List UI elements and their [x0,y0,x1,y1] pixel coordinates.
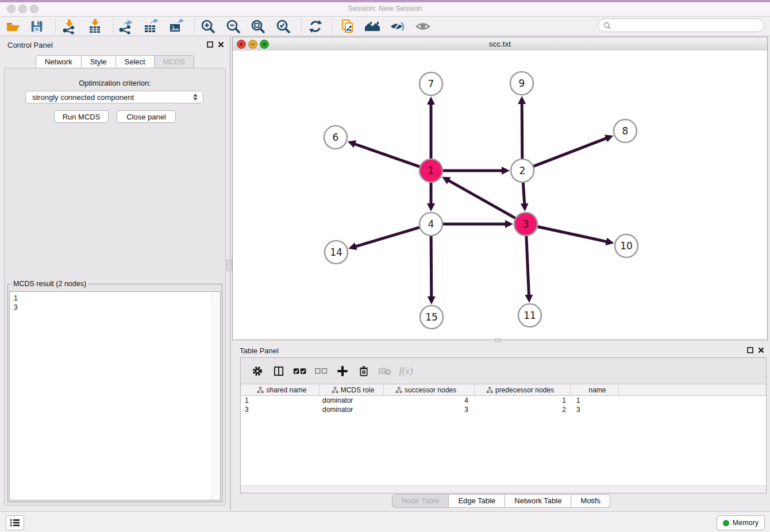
node-table[interactable]: shared nameMCDS rolesuccessor nodesprede… [241,384,766,486]
export-table-icon [143,18,159,34]
tab-motifs[interactable]: Motifs [571,494,610,508]
delete-column-button[interactable] [353,361,374,381]
delete-table-button[interactable] [374,361,395,381]
zoom-fit-button[interactable] [248,18,268,34]
select-all-button[interactable] [289,361,310,381]
status-bar: Memory [0,511,770,532]
table-cell[interactable]: dominator [319,406,384,414]
export-network-button[interactable] [116,18,135,34]
node-1[interactable]: 1 [419,159,442,182]
result-scrollbar[interactable] [212,292,220,500]
table-cell[interactable]: 3 [384,406,475,414]
column-header-predecessor-nodes[interactable]: predecessor nodes [475,384,571,395]
table-horizontal-scrollbar[interactable] [241,485,766,493]
edge-4-15[interactable] [431,236,432,297]
zoom-out-button[interactable] [224,18,243,34]
control-panel: Control Panel Network Style Select MCDS … [0,37,230,510]
network-graph[interactable]: 7968124314101511 [233,51,767,340]
import-network-button[interactable] [59,18,79,34]
edge-2-9[interactable] [522,103,522,159]
close-table-panel-icon[interactable] [758,347,764,353]
clone-network-icon [340,18,356,34]
node-7[interactable]: 7 [419,72,442,95]
table-cell[interactable]: 3 [571,406,619,414]
zoom-selected-button[interactable] [274,18,293,34]
column-header-successor-nodes[interactable]: successor nodes [384,384,475,395]
node-15[interactable]: 15 [420,306,443,329]
edge-3-1[interactable] [448,180,515,218]
show-all-button[interactable] [413,18,433,34]
deselect-all-button[interactable] [310,361,332,381]
tab-network[interactable]: Network [36,55,82,68]
table-cell[interactable]: 3 [241,406,319,414]
table-panel: Table Panel [232,342,770,510]
column-layout-button[interactable] [268,361,289,381]
edge-2-8[interactable] [534,138,607,167]
search-field[interactable] [598,18,764,32]
close-panel-icon[interactable] [218,41,224,48]
table-settings-button[interactable] [247,361,268,381]
network-canvas[interactable]: 7968124314101511 [233,51,767,340]
tab-network-table[interactable]: Network Table [505,494,571,508]
node-14[interactable]: 14 [325,241,348,264]
task-history-button[interactable] [6,515,24,530]
column-header-MCDS-role[interactable]: MCDS role [319,384,384,395]
function-builder-button[interactable]: f(x) [395,361,417,381]
tab-select[interactable]: Select [116,55,155,68]
table-cell[interactable]: 1 [475,396,571,404]
mcds-result-box[interactable]: 13 [9,291,221,500]
open-session-button[interactable] [3,18,23,34]
hide-selected-button[interactable] [388,18,407,34]
table-cell[interactable]: 1 [571,396,619,404]
network-window-titlebar[interactable]: scc.txt [233,37,767,51]
node-6[interactable]: 6 [324,126,347,149]
node-11[interactable]: 11 [518,304,541,327]
home-button[interactable] [363,18,382,34]
column-header-name[interactable]: name [571,384,619,395]
close-panel-button[interactable]: Close panel [117,110,176,123]
table-row[interactable]: 3dominator323 [241,405,766,414]
criterion-dropdown[interactable]: strongly connected component [25,91,203,103]
column-header-shared-name[interactable]: shared name [241,384,319,395]
panel-divider-grip[interactable] [226,260,232,271]
float-table-panel-icon[interactable] [747,347,753,353]
edge-3-11[interactable] [526,236,529,295]
tab-mcds[interactable]: MCDS [155,55,194,68]
tab-node-table[interactable]: Node Table [392,494,449,508]
clone-network-button[interactable] [338,18,357,34]
mcds-result-title: MCDS result (2 nodes) [11,280,88,288]
import-network-icon [61,18,77,34]
table-cell[interactable]: 1 [241,396,319,404]
window-title: Session: New Session [0,4,770,13]
memory-button[interactable]: Memory [717,515,765,530]
edge-3-10[interactable] [538,226,607,241]
node-4[interactable]: 4 [419,213,442,236]
control-panel-title: Control Panel [7,41,53,49]
import-table-button[interactable] [85,18,105,34]
table-row[interactable]: 1dominator411 [241,396,766,405]
node-3[interactable]: 3 [514,213,537,236]
table-cell[interactable]: dominator [319,396,384,404]
table-tabs: Node Table Edge Table Network Table Moti… [232,494,770,508]
tab-style[interactable]: Style [82,55,116,68]
table-cell[interactable]: 4 [384,396,475,404]
float-panel-icon[interactable] [207,41,213,48]
select-all-icon [293,367,307,375]
node-8[interactable]: 8 [614,119,637,142]
export-image-button[interactable] [166,18,186,34]
tab-edge-table[interactable]: Edge Table [449,494,505,508]
node-2[interactable]: 2 [511,159,534,182]
export-table-button[interactable] [141,18,160,34]
save-session-button[interactable] [27,18,47,34]
edge-4-14[interactable] [356,228,419,246]
table-cell[interactable]: 2 [475,406,571,414]
search-input[interactable] [613,21,764,30]
node-10[interactable]: 10 [615,234,638,257]
zoom-in-button[interactable] [198,18,218,34]
run-mcds-button[interactable]: Run MCDS [54,110,109,123]
refresh-button[interactable] [306,18,325,34]
edge-1-6[interactable] [355,144,419,167]
edge-2-3[interactable] [523,183,524,204]
node-9[interactable]: 9 [510,72,533,95]
add-column-button[interactable] [332,361,353,381]
